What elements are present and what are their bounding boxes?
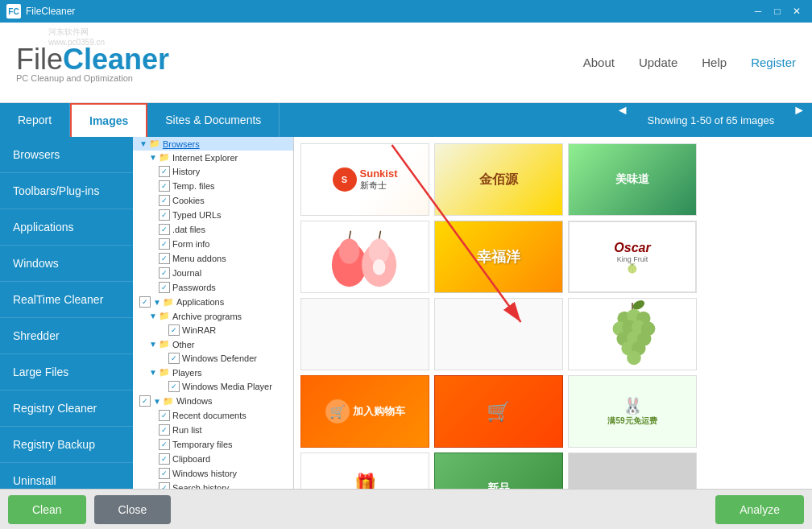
tree-item-ie[interactable]: ▼ 📁 Internet Explorer [133, 151, 293, 164]
tree-item-mediaplayer[interactable]: ✓ Windows Media Player [133, 379, 293, 394]
tree-label-passwords: Passwords [172, 283, 216, 292]
tab-sites-documents[interactable]: Sites & Documents [147, 103, 280, 137]
tree-check-mediaplayer[interactable]: ✓ [168, 381, 180, 392]
about-link[interactable]: About [583, 56, 615, 69]
tree-item-searchhistory[interactable]: ✓ Search history [133, 481, 293, 489]
tree-check-forminfo[interactable]: ✓ [159, 238, 170, 250]
sidebar-item-windows[interactable]: Windows [0, 246, 133, 282]
gallery-item-gift[interactable]: 🎁 包装精美 [300, 453, 429, 489]
update-link[interactable]: Update [639, 56, 677, 69]
sidebar-item-realtime[interactable]: RealTime Cleaner [0, 282, 133, 318]
tree-check-menuaddons[interactable]: ✓ [159, 253, 170, 264]
tree-check-runlist[interactable]: ✓ [159, 424, 170, 436]
tree-item-journal[interactable]: ✓ Journal [133, 266, 293, 280]
tree-item-applications[interactable]: ✓ ▼ 📁 Applications [133, 295, 293, 309]
tree-item-history[interactable]: ✓ History [133, 164, 293, 179]
sidebar-item-toolbars[interactable]: Toolbars/Plug-ins [0, 173, 133, 209]
tree-check-windows[interactable]: ✓ [139, 395, 151, 407]
gallery-item-rabbit-shipping[interactable]: 🐰 满59元免运费 [568, 375, 697, 448]
tree-item-players[interactable]: ▼ 📁 Players [133, 366, 293, 379]
tree-item-archiveprograms[interactable]: ▼ 📁 Archive programs [133, 309, 293, 323]
gallery-item-blank2[interactable] [434, 298, 563, 370]
tree-item-tempfiles[interactable]: ✓ Temp. files [133, 179, 293, 193]
gallery-item-cart-icon[interactable]: 🛒 [434, 375, 563, 448]
sidebar-item-registry[interactable]: Registry Cleaner [0, 391, 133, 427]
tree-label-other: Other [172, 340, 195, 349]
tree-check-datfiles[interactable]: ✓ [159, 224, 170, 235]
tree-check-cookies[interactable]: ✓ [159, 195, 170, 206]
gallery-item-shopping-cart[interactable]: 🛒 加入购物车 [300, 375, 429, 448]
tree-item-runlist[interactable]: ✓ Run list [133, 423, 293, 437]
gallery-item-oscar[interactable]: Oscar King Fruit 🍈 [568, 221, 697, 293]
gallery-item-blank1[interactable] [300, 298, 429, 370]
tree-item-menuaddons[interactable]: ✓ Menu addons [133, 251, 293, 266]
tree-panel[interactable]: ▼ 📁 Browsers ▼ 📁 Internet Explorer ✓ His… [133, 137, 294, 489]
gallery-item-xingfuyang[interactable]: 幸福洋 [434, 221, 563, 293]
tree-item-winrar[interactable]: ✓ WinRAR [133, 323, 293, 337]
sidebar: Browsers Toolbars/Plug-ins Applications … [0, 137, 133, 489]
tree-check-passwords[interactable]: ✓ [159, 282, 170, 293]
gallery-item-new-product[interactable]: 新品 [434, 453, 563, 489]
tree-item-browsers[interactable]: ▼ 📁 Browsers [133, 137, 293, 151]
gallery-panel[interactable]: S Sunkist 新奇士 金佰源 美味道 [294, 137, 812, 489]
tree-label-windowshistory: Windows history [172, 469, 237, 478]
analyze-button[interactable]: Analyze [715, 495, 804, 524]
gallery-item-grey1[interactable] [568, 453, 697, 489]
content-area: Browsers Toolbars/Plug-ins Applications … [0, 137, 812, 489]
tree-item-other[interactable]: ▼ 📁 Other [133, 337, 293, 351]
tree-check-journal[interactable]: ✓ [159, 267, 170, 279]
tree-label-journal: Journal [172, 268, 201, 278]
tree-check-clipboard[interactable]: ✓ [159, 453, 170, 465]
close-button-bottom[interactable]: Close [94, 495, 172, 524]
maximize-button[interactable]: □ [768, 4, 786, 19]
gallery-item-jinbaiyuan[interactable]: 金佰源 [434, 143, 563, 216]
tree-check-searchhistory[interactable]: ✓ [159, 482, 170, 489]
svg-point-23 [627, 351, 641, 366]
tree-item-datfiles[interactable]: ✓ .dat files [133, 222, 293, 237]
tab-report[interactable]: Report [0, 103, 70, 137]
sidebar-item-applications[interactable]: Applications [0, 209, 133, 246]
minimize-button[interactable]: ─ [749, 4, 767, 19]
tree-item-forminfo[interactable]: ✓ Form info [133, 237, 293, 251]
sidebar-item-registrybackup[interactable]: Registry Backup [0, 427, 133, 463]
tree-item-clipboard[interactable]: ✓ Clipboard [133, 452, 293, 466]
tree-check-applications[interactable]: ✓ [139, 296, 151, 308]
gallery-item-sunkist[interactable]: S Sunkist 新奇士 [300, 143, 429, 216]
tab-images[interactable]: Images [70, 103, 147, 137]
sidebar-item-largefiles[interactable]: Large Files [0, 354, 133, 391]
svg-point-3 [339, 239, 359, 264]
tree-check-tempfiles[interactable]: ✓ [159, 180, 170, 192]
sidebar-item-browsers[interactable]: Browsers [0, 137, 133, 173]
tree-item-passwords[interactable]: ✓ Passwords [133, 280, 293, 295]
tree-label-browsers: Browsers [163, 139, 200, 149]
tree-check-windowshistory[interactable]: ✓ [159, 468, 170, 479]
gallery-container: S Sunkist 新奇士 金佰源 美味道 [294, 137, 812, 489]
tree-item-windowsdefender[interactable]: ✓ Windows Defender [133, 351, 293, 366]
tree-check-recentdocs[interactable]: ✓ [159, 410, 170, 421]
tree-item-recentdocs[interactable]: ✓ Recent documents [133, 408, 293, 423]
tree-check-history[interactable]: ✓ [159, 166, 170, 177]
gallery-item-pear[interactable] [300, 221, 429, 293]
tree-item-typeduris[interactable]: ✓ Typed URLs [133, 208, 293, 222]
bottom-bar: Clean Close Analyze [0, 489, 812, 529]
help-link[interactable]: Help [702, 56, 727, 69]
tree-check-windowsdefender[interactable]: ✓ [168, 353, 180, 364]
tree-label-ie: Internet Explorer [172, 153, 238, 163]
clean-button[interactable]: Clean [8, 495, 86, 524]
tree-check-winrar[interactable]: ✓ [168, 324, 180, 336]
tree-item-windowshistory[interactable]: ✓ Windows history [133, 466, 293, 481]
sidebar-item-shredder[interactable]: Shredder [0, 318, 133, 354]
sidebar-item-uninstall[interactable]: Uninstall [0, 463, 133, 489]
title-bar-text: FileCleaner [26, 6, 75, 17]
tree-item-windows[interactable]: ✓ ▼ 📁 Windows [133, 394, 293, 408]
tree-item-tempfiles2[interactable]: ✓ Temporary files [133, 437, 293, 452]
gallery-item-grapes[interactable] [568, 298, 697, 370]
gallery-item-meiwei[interactable]: 美味道 [568, 143, 697, 216]
next-arrow[interactable]: ► [786, 103, 812, 137]
close-button[interactable]: ✕ [788, 4, 806, 19]
tree-item-cookies[interactable]: ✓ Cookies [133, 193, 293, 208]
tree-check-tempfiles2[interactable]: ✓ [159, 439, 170, 450]
tree-check-typeduris[interactable]: ✓ [159, 209, 170, 221]
register-link[interactable]: Register [751, 56, 796, 69]
prev-arrow[interactable]: ◄ [610, 103, 636, 137]
